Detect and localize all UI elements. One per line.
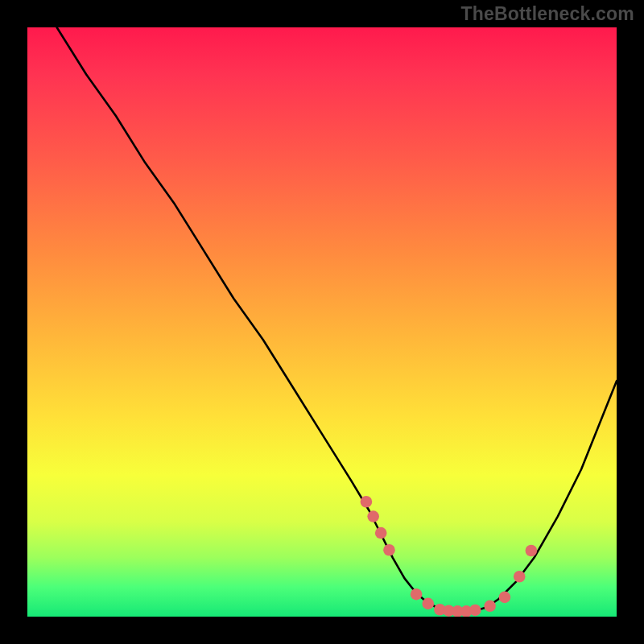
- chart-svg: [27, 27, 617, 617]
- watermark-text: TheBottleneck.com: [460, 3, 634, 25]
- curve-marker: [514, 571, 526, 583]
- curve-marker: [469, 605, 481, 617]
- curve-marker: [484, 601, 496, 613]
- curve-marker: [499, 592, 511, 604]
- curve-markers: [361, 496, 538, 617]
- curve-marker: [361, 496, 373, 508]
- curve-marker: [411, 588, 423, 601]
- curve-line: [57, 27, 617, 612]
- curve-marker: [375, 527, 387, 539]
- curve-marker: [383, 544, 395, 556]
- curve-marker: [422, 598, 434, 610]
- curve-marker: [526, 545, 538, 557]
- plot-area: [27, 27, 617, 617]
- chart-frame: TheBottleneck.com: [0, 0, 644, 644]
- curve-marker: [367, 510, 379, 522]
